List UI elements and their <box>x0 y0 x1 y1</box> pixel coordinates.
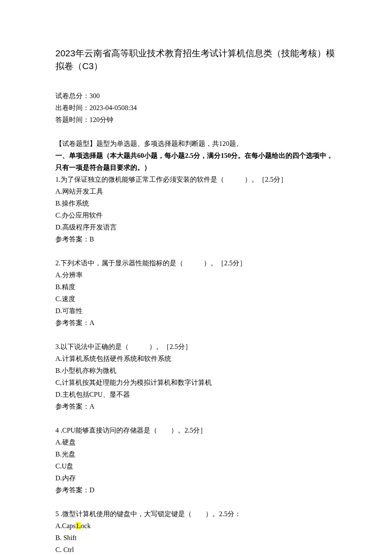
question-option: C.U盘 <box>55 460 337 472</box>
question-option: A.分辨率 <box>55 269 337 281</box>
question-option: C. Ctrl <box>55 544 337 555</box>
question-answer: 参考答案：A <box>55 317 337 329</box>
exam-type-intro: 【试卷题型】题型为单选题、多项选择题和判断题，共120题。 <box>55 138 337 150</box>
question-5: 5 .微型计算机使用的键盘中，大写锁定键是（ ）。2.5分： A.Caps1.o… <box>55 508 337 555</box>
question-option: A.Caps1.ock <box>55 520 337 532</box>
question-option: B.精度 <box>55 281 337 293</box>
exam-page: 2023年云南省高等职业技术教育招生考试计算机信息类（技能考核）模拟卷（C3） … <box>0 0 392 555</box>
question-stem: 3.以下说法中正确的是（ ）。［2.5分］ <box>55 341 337 353</box>
section1-heading: 一、单项选择题（本大题共60小题，每小题2.5分，满分150分。在每小题给出的四… <box>55 150 337 174</box>
question-option: D.内存 <box>55 472 337 484</box>
question-stem: 2.下列术语中，属于显示器性能指标的是（ ）。［2.5分］ <box>55 257 337 269</box>
question-answer: 参考答案：D <box>55 484 337 496</box>
option-a-pre: A.Caps <box>55 522 76 529</box>
question-option: D.主机包括CPU、显不器 <box>55 389 337 401</box>
meta-total-score: 试卷总分：300 <box>55 90 337 102</box>
question-stem: 5 .微型计算机使用的键盘中，大写锁定键是（ ）。2.5分： <box>55 508 337 520</box>
question-option: B.操作系统 <box>55 198 337 209</box>
question-option: B.光盘 <box>55 448 337 460</box>
question-option: C,计算机按其处理能力分为模拟计算机和数字计算机 <box>55 377 337 389</box>
question-2: 2.下列术语中，属于显示器性能指标的是（ ）。［2.5分］ A.分辨率 B.精度… <box>55 257 337 329</box>
question-option: A.计算机系统包括硬件系统和软件系统 <box>55 353 337 365</box>
meta-issue-time: 出卷时间：2023-04-0508:34 <box>55 102 337 114</box>
question-answer: 参考答案：B <box>55 233 337 245</box>
question-stem: 4 .CPU能够直接访问的存储器是（ ）。2.5分］ <box>55 424 337 436</box>
question-option: C.速度 <box>55 293 337 305</box>
question-option: B.小型机亦称为微机 <box>55 365 337 377</box>
question-option: A.硬盘 <box>55 436 337 448</box>
question-3: 3.以下说法中正确的是（ ）。［2.5分］ A.计算机系统包括硬件系统和软件系统… <box>55 341 337 413</box>
meta-answer-time: 答题时间：120分钟 <box>55 114 337 126</box>
question-stem: 1.为了保证独立的微机能够正常工作必须安装的软件是（ ）。［2.5分］ <box>55 174 337 186</box>
option-a-post: ock <box>81 522 91 529</box>
question-1: 1.为了保证独立的微机能够正常工作必须安装的软件是（ ）。［2.5分］ A.网站… <box>55 174 337 245</box>
question-option: B. Shift <box>55 532 337 544</box>
highlight-text: 1. <box>76 522 81 529</box>
question-option: C.办公应用软件 <box>55 209 337 221</box>
question-4: 4 .CPU能够直接访问的存储器是（ ）。2.5分］ A.硬盘 B.光盘 C.U… <box>55 424 337 496</box>
question-option: D.高级程序开发语言 <box>55 221 337 233</box>
exam-title: 2023年云南省高等职业技术教育招生考试计算机信息类（技能考核）模拟卷（C3） <box>55 47 337 73</box>
question-option: A.网站开发工具 <box>55 186 337 198</box>
question-answer: 参考答案：A <box>55 401 337 413</box>
question-option: D.可靠性 <box>55 305 337 317</box>
